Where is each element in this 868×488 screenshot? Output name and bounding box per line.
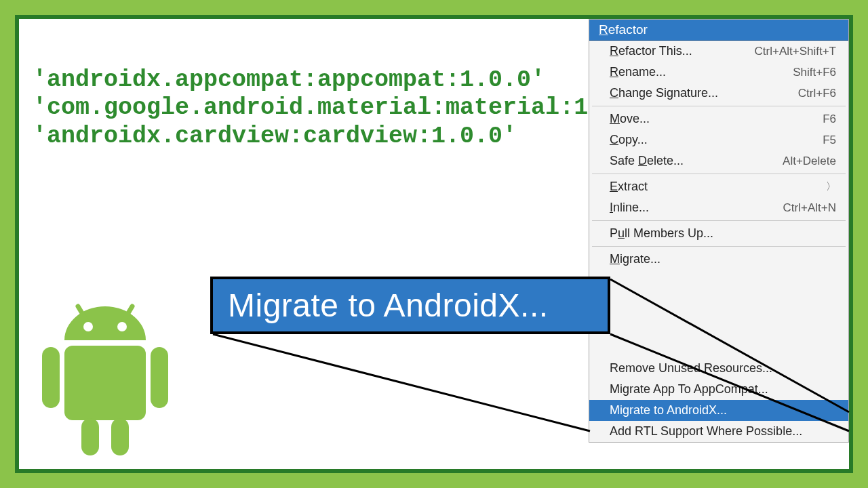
code-line-3: 'androidx.cardview:cardview:1.0.0' — [33, 123, 517, 150]
menu-item-pull-members-up[interactable]: Pull Members Up... — [589, 223, 848, 244]
refactor-menu: Refactor Refactor This... Ctrl+Alt+Shift… — [589, 19, 849, 443]
menu-item-migrate-to-androidx[interactable]: Migrate to AndroidX... — [589, 400, 848, 421]
menu-item-move[interactable]: Move... F6 — [589, 108, 848, 129]
menu-item-change-signature[interactable]: Change Signature... Ctrl+F6 — [589, 83, 848, 104]
magnified-callout: Migrate to AndroidX... — [210, 277, 610, 334]
code-line-2: 'com.google.android.material:material:1.… — [33, 94, 659, 121]
menu-separator — [592, 220, 846, 221]
svg-point-3 — [117, 322, 127, 331]
svg-rect-5 — [42, 347, 60, 408]
code-snippet: 'androidx.appcompat:appcompat:1.0.0' 'co… — [33, 66, 659, 150]
menu-item-remove-unused-resources[interactable]: Remove Unused Resources... — [589, 358, 848, 379]
menu-separator — [592, 174, 846, 174]
menu-item-safe-delete[interactable]: Safe Delete... Alt+Delete — [589, 150, 848, 171]
code-line-1: 'androidx.appcompat:appcompat:1.0.0' — [33, 66, 545, 94]
menu-item-migrate[interactable]: Migrate... — [589, 249, 848, 270]
svg-rect-8 — [111, 418, 129, 455]
menu-header-refactor[interactable]: Refactor — [589, 20, 848, 41]
menu-item-add-rtl-support[interactable]: Add RTL Support Where Possible... — [589, 421, 848, 442]
menu-item-migrate-app-to-appcompat[interactable]: Migrate App To AppCompat... — [589, 379, 848, 400]
android-logo — [34, 293, 176, 462]
svg-rect-4 — [64, 346, 146, 420]
menu-item-inline[interactable]: Inline... Ctrl+Alt+N — [589, 197, 848, 218]
menu-item-extract[interactable]: Extract 〉 — [589, 176, 848, 197]
menu-item-refactor-this[interactable]: Refactor This... Ctrl+Alt+Shift+T — [589, 41, 848, 62]
svg-rect-6 — [151, 347, 168, 408]
svg-line-11 — [213, 334, 590, 431]
menu-item-copy[interactable]: Copy... F5 — [589, 129, 848, 150]
svg-point-2 — [83, 322, 93, 331]
magnified-label: Migrate to AndroidX... — [228, 287, 549, 324]
submenu-arrow-icon: 〉 — [819, 180, 836, 193]
menu-separator — [592, 106, 846, 106]
menu-item-rename[interactable]: Rename... Shift+F6 — [589, 62, 848, 83]
menu-gap-covered — [589, 270, 848, 358]
svg-rect-7 — [81, 418, 99, 455]
menu-separator — [592, 246, 846, 247]
content-frame: 'androidx.appcompat:appcompat:1.0.0' 'co… — [15, 15, 853, 473]
